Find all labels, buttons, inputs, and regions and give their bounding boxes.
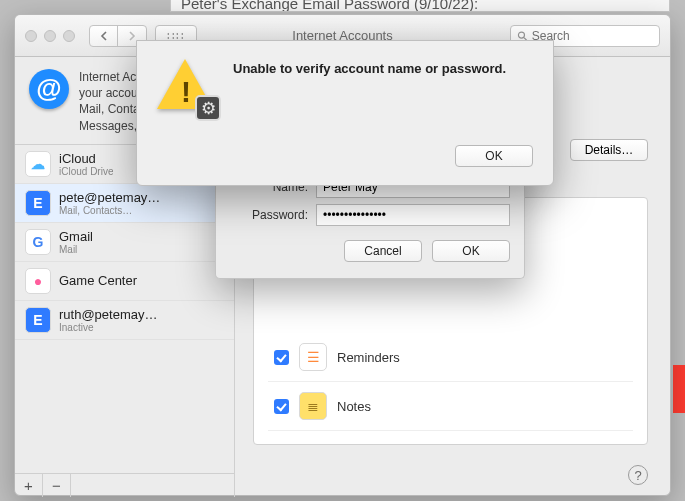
- account-sub: Inactive: [59, 322, 157, 333]
- account-row[interactable]: ● Game Center: [15, 262, 234, 301]
- account-list: ☁ iCloud iCloud DriveE pete@petemay… Mai…: [15, 144, 234, 473]
- background-window-title: Peter's Exchange Email Password (9/10/22…: [170, 0, 670, 12]
- app-checkbox[interactable]: [274, 399, 289, 414]
- app-icon: ≣: [299, 392, 327, 420]
- account-row[interactable]: G Gmail Mail: [15, 223, 234, 262]
- password-field[interactable]: [316, 204, 510, 226]
- account-name: Gmail: [59, 229, 93, 244]
- app-icon: ☰: [299, 343, 327, 371]
- password-label: Password:: [230, 208, 308, 222]
- app-row: ☰ Reminders: [268, 333, 633, 382]
- cancel-button[interactable]: Cancel: [344, 240, 422, 262]
- sidebar-footer: + −: [15, 473, 234, 497]
- red-indicator: [673, 365, 685, 413]
- alert-message: Unable to verify account name or passwor…: [233, 57, 506, 76]
- alert-ok-button[interactable]: OK: [455, 145, 533, 167]
- svg-point-0: [518, 32, 524, 38]
- account-sub: iCloud Drive: [59, 166, 113, 177]
- account-name: Game Center: [59, 273, 137, 288]
- remove-account-button[interactable]: −: [43, 474, 71, 497]
- account-icon: ☁: [25, 151, 51, 177]
- account-icon: G: [25, 229, 51, 255]
- close-dot[interactable]: [25, 30, 37, 42]
- account-name: pete@petemay…: [59, 190, 160, 205]
- account-icon: E: [25, 190, 51, 216]
- warning-icon: ! ⚙: [157, 57, 215, 115]
- account-sub: Mail: [59, 244, 93, 255]
- account-row[interactable]: E ruth@petemay… Inactive: [15, 301, 234, 340]
- app-checkbox[interactable]: [274, 350, 289, 365]
- account-icon: E: [25, 307, 51, 333]
- back-button[interactable]: [90, 25, 118, 47]
- chevron-left-icon: [98, 30, 110, 42]
- minimize-dot[interactable]: [44, 30, 56, 42]
- app-row: ≣ Notes: [268, 382, 633, 431]
- zoom-dot[interactable]: [63, 30, 75, 42]
- gear-icon: ⚙: [195, 95, 221, 121]
- at-icon: @: [29, 69, 69, 109]
- account-name: ruth@petemay…: [59, 307, 157, 322]
- help-button[interactable]: ?: [628, 465, 648, 485]
- add-account-button[interactable]: +: [15, 474, 43, 497]
- ok-button[interactable]: OK: [432, 240, 510, 262]
- account-icon: ●: [25, 268, 51, 294]
- account-sub: Mail, Contacts…: [59, 205, 160, 216]
- account-row[interactable]: E pete@petemay… Mail, Contacts…: [15, 184, 234, 223]
- app-label: Reminders: [337, 350, 400, 365]
- window-controls: [25, 30, 75, 42]
- details-button[interactable]: Details…: [570, 139, 648, 161]
- app-label: Notes: [337, 399, 371, 414]
- alert-sheet: ! ⚙ Unable to verify account name or pas…: [136, 40, 554, 186]
- account-name: iCloud: [59, 151, 113, 166]
